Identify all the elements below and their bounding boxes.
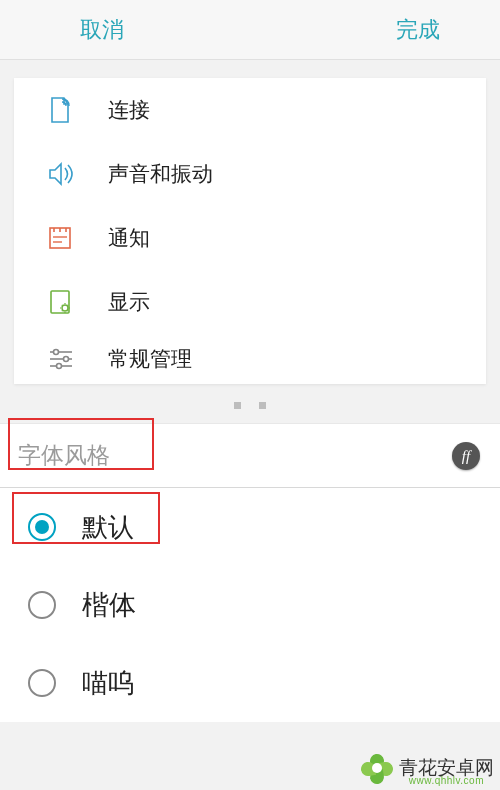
page-indicator (0, 394, 500, 423)
svg-rect-6 (51, 291, 69, 313)
settings-label: 通知 (108, 224, 150, 252)
cancel-button[interactable]: 取消 (80, 15, 124, 45)
font-option-miaowu[interactable]: 喵呜 (0, 644, 500, 722)
dot (259, 402, 266, 409)
svg-point-11 (64, 357, 69, 362)
font-style-header: 字体风格 ff (0, 424, 500, 488)
done-button[interactable]: 完成 (396, 15, 440, 45)
font-option-kaiti[interactable]: 楷体 (0, 566, 500, 644)
settings-label: 连接 (108, 96, 150, 124)
settings-item-connections[interactable]: 连接 (14, 78, 486, 142)
settings-item-sound[interactable]: 声音和振动 (14, 142, 486, 206)
flower-icon (361, 752, 393, 784)
display-icon (48, 289, 88, 315)
font-option-default[interactable]: 默认 (0, 488, 500, 566)
radio-icon (28, 591, 56, 619)
connections-icon (48, 96, 88, 124)
font-option-label: 楷体 (82, 587, 136, 623)
watermark: 青花安卓网 www.qhhlv.com (361, 752, 494, 784)
svg-point-7 (62, 305, 68, 311)
settings-item-display[interactable]: 显示 (14, 270, 486, 334)
settings-panel: 连接 声音和振动 通知 显示 常规管理 (14, 78, 486, 384)
sound-icon (48, 162, 88, 186)
font-option-label: 喵呜 (82, 666, 134, 701)
font-option-label: 默认 (82, 510, 134, 545)
svg-point-9 (54, 350, 59, 355)
radio-icon (28, 669, 56, 697)
modal-header: 取消 完成 (0, 0, 500, 60)
font-badge-icon[interactable]: ff (452, 442, 480, 470)
sliders-icon (48, 348, 88, 370)
settings-item-notifications[interactable]: 通知 (14, 206, 486, 270)
notifications-icon (48, 226, 88, 250)
settings-label: 常规管理 (108, 345, 192, 373)
radio-selected-icon (28, 513, 56, 541)
font-style-title: 字体风格 (18, 440, 110, 471)
watermark-url: www.qhhlv.com (409, 775, 484, 786)
dot (234, 402, 241, 409)
font-style-panel: 字体风格 ff 默认 楷体 喵呜 (0, 423, 500, 722)
settings-label: 声音和振动 (108, 160, 213, 188)
settings-label: 显示 (108, 288, 150, 316)
svg-point-13 (57, 364, 62, 369)
watermark-text: 青花安卓网 (399, 755, 494, 781)
settings-item-general[interactable]: 常规管理 (14, 334, 486, 384)
